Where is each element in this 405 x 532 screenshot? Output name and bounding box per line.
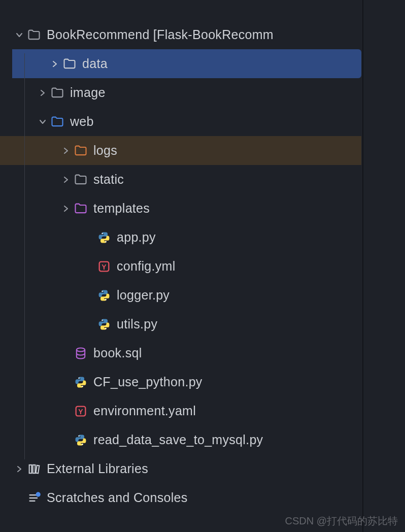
tree-item-app-py[interactable]: app.py (0, 223, 361, 252)
tree-guide-line (24, 53, 25, 459)
tree-item-static[interactable]: static (0, 165, 361, 194)
folder-icon (50, 85, 65, 101)
svg-point-5 (105, 299, 106, 300)
svg-point-9 (78, 377, 79, 378)
tree-item-label: BookRecommend [Flask-BookRecomm (47, 27, 274, 42)
svg-rect-15 (29, 464, 32, 473)
tree-item-label: config.yml (117, 259, 176, 274)
tree-item-label: data (82, 56, 108, 71)
chevron-right-icon[interactable] (59, 176, 73, 184)
folder-excluded-icon (73, 143, 88, 158)
tree-item-environment-yaml[interactable]: Y environment.yaml (0, 396, 361, 425)
svg-point-1 (105, 241, 106, 242)
tree-item-data[interactable]: data (12, 49, 361, 78)
chevron-down-icon[interactable] (36, 118, 50, 126)
svg-text:Y: Y (102, 262, 107, 271)
python-file-icon (96, 230, 112, 245)
tree-item-label: Scratches and Consoles (47, 490, 188, 505)
svg-point-4 (102, 290, 103, 291)
chevron-right-icon[interactable] (59, 147, 73, 155)
python-file-icon (96, 317, 112, 332)
tree-item-label: logs (93, 143, 117, 158)
tree-item-label: logger.py (117, 288, 170, 303)
project-tree: BookRecommend [Flask-BookRecomm data ima… (0, 0, 361, 512)
folder-templates-icon (73, 201, 88, 216)
tree-item-web[interactable]: web (0, 107, 361, 136)
tree-item-project-root[interactable]: BookRecommend [Flask-BookRecomm (0, 20, 361, 49)
tree-item-label: book.sql (93, 346, 142, 360)
svg-point-7 (105, 328, 106, 329)
folder-icon (62, 56, 77, 72)
scratches-icon (26, 490, 42, 506)
yaml-file-icon: Y (96, 259, 112, 274)
tree-item-label: app.py (117, 230, 156, 245)
panel-divider[interactable] (362, 0, 363, 532)
tree-item-label: environment.yaml (93, 404, 196, 418)
python-file-icon (73, 375, 88, 390)
chevron-right-icon[interactable] (59, 205, 73, 213)
svg-point-6 (102, 319, 103, 320)
tree-item-label: image (70, 85, 106, 100)
svg-text:Y: Y (78, 407, 83, 415)
tree-item-external-libraries[interactable]: External Libraries (0, 454, 361, 483)
tree-item-cf-py[interactable]: CF_use_python.py (0, 368, 361, 396)
python-file-icon (96, 288, 112, 303)
chevron-right-icon[interactable] (12, 465, 26, 473)
svg-point-14 (82, 444, 83, 445)
tree-item-config-yml[interactable]: Y config.yml (0, 252, 361, 281)
yaml-file-icon: Y (73, 404, 88, 419)
svg-rect-16 (33, 464, 36, 473)
watermark: CSDN @打代码的苏比特 (285, 514, 398, 528)
tree-item-utils-py[interactable]: utils.py (0, 310, 361, 339)
svg-point-10 (82, 386, 83, 387)
chevron-down-icon[interactable] (12, 31, 26, 39)
folder-source-icon (50, 114, 65, 129)
svg-point-21 (36, 492, 41, 496)
tree-item-logs[interactable]: logs (0, 136, 361, 165)
svg-point-8 (77, 348, 85, 351)
database-file-icon (73, 346, 88, 361)
tree-item-label: web (70, 114, 94, 129)
svg-point-13 (78, 435, 79, 436)
tree-item-read-data-py[interactable]: read_data_save_to_mysql.py (0, 425, 361, 454)
tree-item-label: static (93, 172, 124, 187)
tree-item-label: utils.py (117, 317, 157, 331)
svg-point-0 (102, 232, 103, 234)
tree-item-label: External Libraries (47, 461, 148, 476)
tree-item-scratches[interactable]: Scratches and Consoles (0, 483, 361, 512)
tree-item-image[interactable]: image (0, 78, 361, 107)
folder-icon (73, 172, 88, 187)
chevron-right-icon[interactable] (36, 89, 50, 97)
tree-item-book-sql[interactable]: book.sql (0, 339, 361, 368)
python-file-icon (73, 433, 88, 448)
folder-icon (26, 27, 42, 43)
tree-item-label: CF_use_python.py (93, 375, 203, 389)
tree-item-logger-py[interactable]: logger.py (0, 281, 361, 310)
svg-rect-17 (36, 465, 40, 473)
tree-item-label: templates (93, 201, 150, 216)
library-icon (26, 461, 42, 477)
tree-item-label: read_data_save_to_mysql.py (93, 433, 263, 447)
tree-item-templates[interactable]: templates (0, 194, 361, 223)
chevron-right-icon[interactable] (48, 60, 62, 68)
